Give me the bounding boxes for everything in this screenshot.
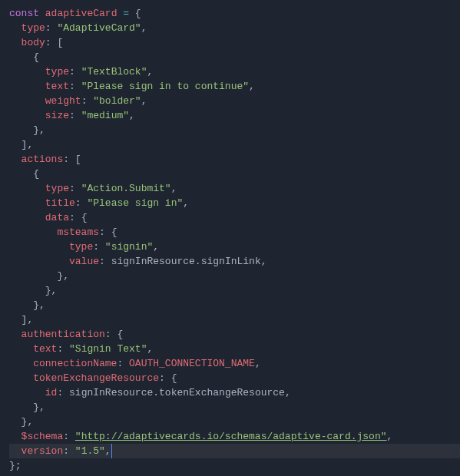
code-line-27[interactable]: id: signInResource.tokenExchangeResource… xyxy=(9,385,460,400)
prop-tokenexchangeresource: tokenExchangeResource xyxy=(9,372,159,384)
brace-close: } xyxy=(9,460,15,471)
string-medium: "medium" xyxy=(81,110,129,121)
string-textblock: "TextBlock" xyxy=(81,66,147,78)
code-line-23[interactable]: authentication: { xyxy=(9,327,460,342)
string-signin-text: "Signin Text" xyxy=(69,343,147,355)
prop-weight: weight xyxy=(9,95,81,107)
string-version: "1.5" xyxy=(75,445,105,457)
code-line-11[interactable]: actions: [ xyxy=(9,152,460,167)
prop-type: type xyxy=(9,183,69,194)
code-line-31[interactable]: version: "1.5", xyxy=(9,444,460,458)
code-line-10[interactable]: ], xyxy=(9,137,460,152)
code-line-1[interactable]: const adaptiveCard = { xyxy=(9,6,460,21)
code-line-28[interactable]: }, xyxy=(9,400,460,415)
string-please-sign-in: "Please sign in to continue" xyxy=(81,81,249,92)
code-line-6[interactable]: text: "Please sign in to continue", xyxy=(9,79,460,94)
brace-open: { xyxy=(9,168,39,180)
brace-close: } xyxy=(9,402,39,413)
prop-id: id xyxy=(9,387,57,398)
prop-schema: $schema xyxy=(9,431,63,442)
prop-msteams: msteams xyxy=(9,226,99,238)
string-please-sign-in-title: "Please sign in" xyxy=(87,197,183,209)
prop-value: value xyxy=(9,256,99,267)
bracket-open: [ xyxy=(57,37,63,48)
semicolon: ; xyxy=(15,460,22,471)
brace-close: } xyxy=(9,270,63,282)
code-line-22[interactable]: ], xyxy=(9,312,460,327)
string-action-submit: "Action.Submit" xyxy=(81,183,171,194)
code-line-15[interactable]: data: { xyxy=(9,210,460,225)
code-line-8[interactable]: size: "medium", xyxy=(9,108,460,123)
code-line-7[interactable]: weight: "bolder", xyxy=(9,94,460,108)
code-line-12[interactable]: { xyxy=(9,167,460,181)
prop-type: type xyxy=(9,66,69,78)
prop-text: text xyxy=(9,343,57,355)
string-adaptivecard: "AdaptiveCard" xyxy=(57,22,141,34)
prop-type: type xyxy=(9,22,45,34)
string-schema-url: "http://adaptivecards.io/schemas/adaptiv… xyxy=(75,431,387,442)
keyword-const: const xyxy=(9,8,39,19)
operator-assign: = xyxy=(123,8,135,19)
bracket-open: [ xyxy=(75,154,81,165)
code-line-5[interactable]: type: "TextBlock", xyxy=(9,64,460,79)
brace-open: { xyxy=(117,329,123,340)
code-line-4[interactable]: { xyxy=(9,50,460,64)
text-cursor xyxy=(111,444,112,458)
code-line-20[interactable]: }, xyxy=(9,283,460,298)
variable-name: adaptiveCard xyxy=(39,8,123,19)
code-line-17[interactable]: type: "signin", xyxy=(9,240,460,254)
prop-body: body xyxy=(9,37,45,48)
ident-signinresource: signInResource xyxy=(111,256,195,267)
code-line-25[interactable]: connectionName: OAUTH_CONNECTION_NAME, xyxy=(9,356,460,371)
prop-title: title xyxy=(9,197,75,209)
code-line-9[interactable]: }, xyxy=(9,123,460,137)
code-line-26[interactable]: tokenExchangeResource: { xyxy=(9,371,460,385)
brace-open: { xyxy=(171,372,177,384)
brace-open: { xyxy=(135,8,141,19)
prop-size: size xyxy=(9,110,69,121)
code-line-18[interactable]: value: signInResource.signInLink, xyxy=(9,254,460,269)
ident-signinresource: signInResource xyxy=(69,387,153,398)
code-line-30[interactable]: $schema: "http://adaptivecards.io/schema… xyxy=(9,429,460,444)
code-line-19[interactable]: }, xyxy=(9,269,460,283)
prop-version: version xyxy=(9,445,63,457)
code-line-3[interactable]: body: [ xyxy=(9,35,460,50)
prop-connectionname: connectionName xyxy=(9,358,117,369)
brace-close: } xyxy=(9,416,27,428)
const-oauth-connection-name: OAUTH_CONNECTION_NAME xyxy=(129,358,255,369)
brace-close: } xyxy=(9,299,39,311)
prop-type: type xyxy=(9,241,93,253)
string-signin: "signin" xyxy=(105,241,153,253)
string-bolder: "bolder" xyxy=(93,95,141,107)
prop-data: data xyxy=(9,212,69,223)
ident-signinlink: signInLink xyxy=(201,256,261,267)
code-line-21[interactable]: }, xyxy=(9,298,460,312)
bracket-close: ] xyxy=(9,314,27,326)
code-line-16[interactable]: msteams: { xyxy=(9,225,460,240)
prop-actions: actions xyxy=(9,154,63,165)
code-line-29[interactable]: }, xyxy=(9,415,460,429)
prop-text: text xyxy=(9,81,69,92)
brace-close: } xyxy=(9,124,39,136)
brace-open: { xyxy=(111,226,117,238)
prop-authentication: authentication xyxy=(9,329,105,340)
code-line-24[interactable]: text: "Signin Text", xyxy=(9,342,460,356)
code-line-13[interactable]: type: "Action.Submit", xyxy=(9,181,460,196)
bracket-close: ] xyxy=(9,139,27,150)
code-line-2[interactable]: type: "AdaptiveCard", xyxy=(9,21,460,35)
brace-open: { xyxy=(81,212,88,223)
brace-close: } xyxy=(9,285,51,296)
ident-tokenexchangeresource: tokenExchangeResource xyxy=(159,387,285,398)
code-line-32[interactable]: }; xyxy=(9,458,460,473)
brace-open: { xyxy=(9,51,39,63)
code-line-14[interactable]: title: "Please sign in", xyxy=(9,196,460,210)
